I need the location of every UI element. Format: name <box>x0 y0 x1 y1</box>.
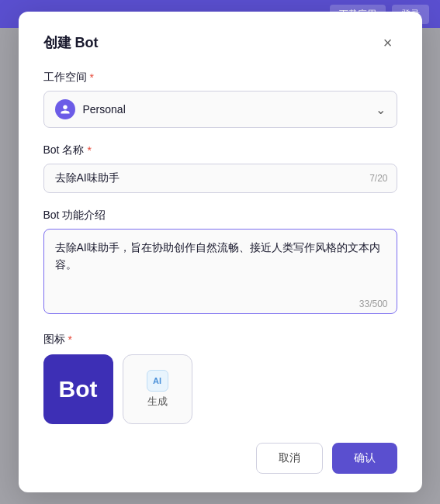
close-button[interactable]: × <box>379 33 397 52</box>
bot-icon-text: Bot <box>59 376 98 402</box>
modal-header: 创建 Bot × <box>43 33 397 52</box>
workspace-required: * <box>90 71 94 84</box>
ai-icon: AI <box>147 370 168 392</box>
bot-name-required: * <box>87 144 91 157</box>
icon-label: 图标* <box>43 333 397 347</box>
bot-desc-char-count: 33/500 <box>359 299 388 309</box>
confirm-button[interactable]: 确认 <box>332 443 397 474</box>
bot-name-char-count: 7/20 <box>369 173 387 184</box>
bot-name-label: Bot 名称* <box>43 143 397 157</box>
bot-name-input[interactable] <box>43 164 397 193</box>
bot-name-group: Bot 名称* 7/20 <box>43 143 397 193</box>
generate-label: 生成 <box>147 395 168 409</box>
bot-name-input-wrapper: 7/20 <box>43 164 397 193</box>
workspace-group: 工作空间* Personal ⌄ <box>43 71 397 128</box>
bot-desc-textarea-wrapper: 去除AI味助手，旨在协助创作自然流畅、接近人类写作风格的文本内容。 33/500 <box>43 229 397 317</box>
bot-desc-label: Bot 功能介绍 <box>43 209 397 223</box>
bot-desc-textarea[interactable]: 去除AI味助手，旨在协助创作自然流畅、接近人类写作风格的文本内容。 <box>43 229 397 314</box>
icon-section: 图标* Bot AI 生成 <box>43 333 397 424</box>
workspace-label: 工作空间* <box>43 71 397 85</box>
chevron-down-icon: ⌄ <box>376 102 386 117</box>
person-icon <box>60 104 71 115</box>
bot-icon-selected[interactable]: Bot <box>43 354 113 424</box>
modal-footer: 取消 确认 <box>43 443 397 474</box>
bot-desc-group: Bot 功能介绍 去除AI味助手，旨在协助创作自然流畅、接近人类写作风格的文本内… <box>43 209 397 317</box>
generate-icon-button[interactable]: AI 生成 <box>123 354 192 424</box>
create-bot-modal: 创建 Bot × 工作空间* Personal ⌄ Bot 名称* 7 <box>19 12 422 492</box>
icon-required: * <box>68 333 72 346</box>
cancel-button[interactable]: 取消 <box>256 443 323 474</box>
icon-options: Bot AI 生成 <box>43 354 397 424</box>
modal-title: 创建 Bot <box>43 33 99 52</box>
modal-overlay: 下载应用 登录 创建 Bot × 工作空间* Personal ⌄ Bot 名 <box>0 0 440 504</box>
workspace-icon <box>55 99 75 119</box>
workspace-select[interactable]: Personal ⌄ <box>43 91 397 128</box>
workspace-value: Personal <box>83 103 376 116</box>
